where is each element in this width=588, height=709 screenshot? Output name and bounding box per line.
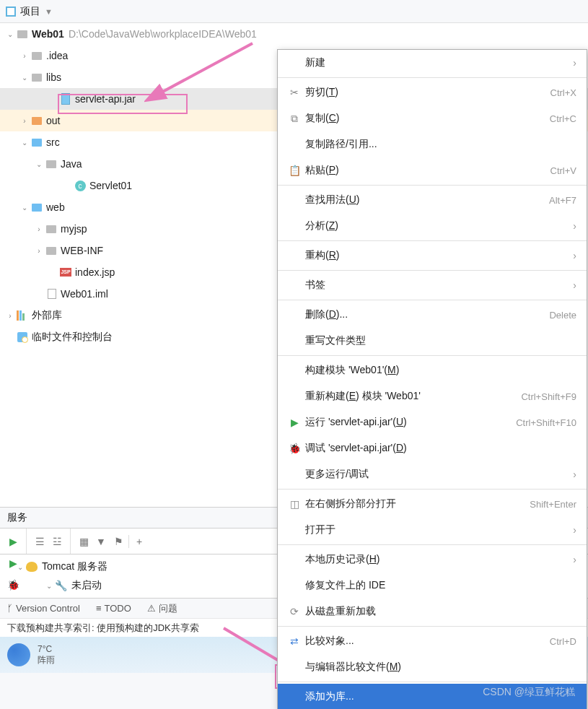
run-icon: ▶ [286, 417, 302, 428]
tomcat-icon [26, 562, 38, 572]
expand-arrow-icon[interactable]: › [19, 117, 30, 125]
tree-label: out [46, 115, 60, 126]
expand-arrow-icon[interactable]: ⌄ [43, 582, 55, 590]
tree-expand-icon[interactable]: ☰ [32, 534, 47, 549]
menu-compare-editor[interactable]: 与编辑器比较文件(M) [278, 654, 587, 680]
tree-row-root[interactable]: ⌄ Web01 D:\Code\JavaWeb\workplaceIDEA\We… [0, 23, 588, 45]
expand-arrow-icon[interactable]: ⌄ [4, 30, 16, 38]
todo-button[interactable]: ≡TODO [96, 603, 131, 614]
grid-icon[interactable]: ▦ [76, 534, 91, 549]
folder-icon [45, 222, 58, 235]
menu-analyze[interactable]: 分析(Z)› [278, 213, 587, 239]
branch-icon: ᚶ [7, 603, 13, 614]
project-tool-window-header[interactable]: 项目 ▼ [0, 0, 588, 23]
tree-collapse-icon[interactable]: ☳ [50, 534, 64, 549]
weather-icon [7, 643, 30, 666]
menu-open-in[interactable]: 打开于› [278, 517, 587, 543]
menu-reload[interactable]: ⟳从磁盘重新加载 [278, 599, 587, 625]
menu-copypath[interactable]: 复制路径/引用... [278, 131, 587, 157]
todo-icon: ≡ [96, 603, 102, 614]
chevron-right-icon: › [569, 57, 576, 69]
class-icon: c [74, 179, 87, 192]
services-label: 未启动 [71, 579, 102, 592]
warning-icon: ⚠ [147, 603, 156, 614]
split-icon: ◫ [286, 498, 302, 510]
folder-icon [45, 157, 58, 170]
folder-icon [16, 27, 29, 40]
menu-find-usages[interactable]: 查找用法(U)Alt+F7 [278, 187, 587, 213]
iml-icon [45, 287, 58, 300]
expand-arrow-icon[interactable]: › [33, 225, 45, 233]
tree-label: 临时文件和控制台 [32, 331, 113, 344]
tree-label: WEB-INF [61, 245, 103, 256]
tree-label: index.jsp [75, 266, 115, 278]
menu-run[interactable]: ▶运行 'servlet-api.jar'(U)Ctrl+Shift+F10 [278, 409, 587, 435]
folder-icon [30, 136, 43, 149]
menu-delete[interactable]: 删除(D)...Delete [278, 302, 587, 328]
jar-icon [59, 92, 72, 105]
services-title: 服务 [7, 511, 27, 524]
chevron-right-icon: › [569, 524, 576, 536]
tree-label: Java [61, 158, 82, 170]
library-icon [16, 309, 29, 322]
menu-refactor[interactable]: 重构(R)› [278, 243, 587, 269]
menu-repair-ide[interactable]: 修复文件上的 IDE [278, 573, 587, 599]
folder-icon [30, 201, 43, 214]
version-control-button[interactable]: ᚶVersion Control [7, 603, 80, 614]
tree-label: src [46, 136, 60, 148]
scratch-icon [16, 331, 29, 344]
menu-rebuild-module[interactable]: 重新构建(E) 模块 'Web01'Ctrl+Shift+F9 [278, 383, 587, 409]
chevron-right-icon: › [569, 250, 576, 261]
run-icon[interactable]: ▶ [6, 556, 20, 570]
expand-arrow-icon[interactable]: ⌄ [19, 204, 30, 212]
expand-arrow-icon[interactable]: ⌄ [19, 74, 30, 82]
folder-icon [30, 71, 43, 84]
tree-label: libs [46, 71, 61, 83]
tree-label: Servlet01 [89, 180, 132, 191]
weather-temp: 7°C [38, 644, 55, 654]
context-menu: 新建› ✂剪切(T)Ctrl+X ⧉复制(C)Ctrl+C 复制路径/引用...… [277, 49, 587, 709]
expand-arrow-icon[interactable]: ⌄ [33, 160, 45, 168]
menu-more-run[interactable]: 更多运行/调试› [278, 461, 587, 487]
menu-build-module[interactable]: 构建模块 'Web01'(M) [278, 357, 587, 383]
expand-arrow-icon[interactable]: › [19, 52, 30, 60]
menu-compare[interactable]: ⇄比较对象...Ctrl+D [278, 628, 587, 654]
menu-local-history[interactable]: 本地历史记录(H)› [278, 547, 587, 573]
menu-split-right[interactable]: ◫在右侧拆分部分打开Shift+Enter [278, 491, 587, 517]
diff-icon: ⇄ [286, 635, 302, 647]
menu-bookmark[interactable]: 书签› [278, 272, 587, 298]
chevron-right-icon: › [569, 554, 576, 565]
tree-path: D:\Code\JavaWeb\workplaceIDEA\Web01 [69, 28, 257, 40]
menu-paste[interactable]: 📋粘贴(P)Ctrl+V [278, 157, 587, 183]
bug-icon: 🐞 [286, 443, 302, 454]
clipboard-icon: 📋 [286, 165, 302, 176]
filter-icon[interactable]: ▼ [94, 534, 108, 549]
tree-label: Web01.iml [61, 288, 108, 300]
services-label: Tomcat 服务器 [42, 560, 107, 573]
expand-arrow-icon[interactable]: › [33, 247, 45, 255]
expand-arrow-icon[interactable]: ⌄ [19, 139, 30, 147]
menu-override-filetype[interactable]: 重写文件类型 [278, 328, 587, 354]
folder-icon [30, 114, 43, 127]
scissors-icon: ✂ [286, 87, 302, 98]
menu-cut[interactable]: ✂剪切(T)Ctrl+X [278, 79, 587, 105]
weather-desc: 阵雨 [38, 654, 55, 666]
chevron-right-icon: › [569, 220, 576, 232]
dropdown-arrow-icon[interactable]: ▼ [45, 7, 53, 16]
run-icon[interactable]: ▶ [6, 534, 20, 549]
bug-icon[interactable]: 🐞 [6, 578, 20, 592]
watermark: CSDN @绿豆鲜花糕 [483, 686, 575, 699]
add-icon[interactable]: + [132, 534, 146, 549]
menu-debug[interactable]: 🐞调试 'servlet-api.jar'(D) [278, 435, 587, 461]
chevron-right-icon: › [569, 279, 576, 291]
status-text: 下载预构建共享索引: 使用预构建的JDK共享索 [7, 622, 199, 635]
chevron-right-icon: › [569, 469, 576, 480]
menu-copy[interactable]: ⧉复制(C)Ctrl+C [278, 105, 587, 131]
flag-icon[interactable]: ⚑ [111, 534, 126, 549]
expand-arrow-icon[interactable]: › [4, 312, 16, 320]
project-icon [6, 6, 16, 17]
problems-button[interactable]: ⚠问题 [147, 602, 177, 615]
menu-new[interactable]: 新建› [278, 50, 587, 76]
folder-icon [30, 49, 43, 62]
reload-icon: ⟳ [286, 606, 302, 617]
